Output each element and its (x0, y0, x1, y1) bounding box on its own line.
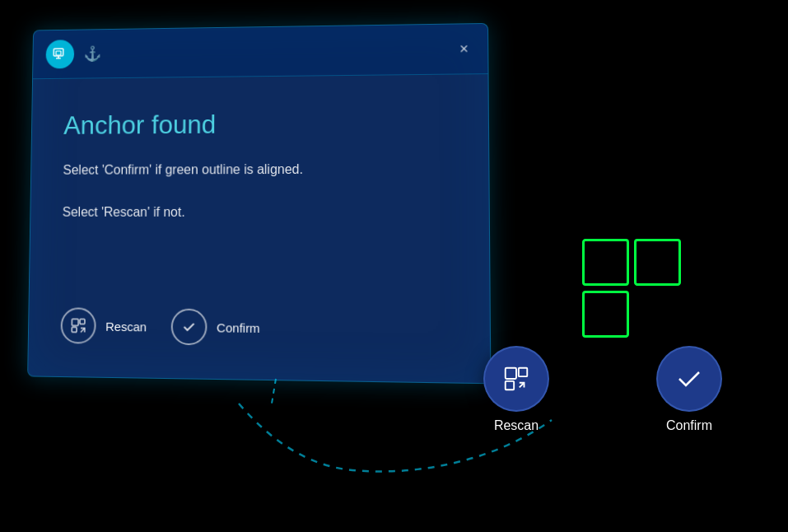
close-button[interactable]: × (454, 39, 474, 58)
svg-rect-8 (506, 368, 516, 379)
svg-rect-4 (72, 319, 78, 325)
dialog-buttons: Rescan Confirm (60, 307, 259, 346)
svg-rect-5 (80, 319, 85, 324)
instruction-line-2: Select 'Rescan' if not. (63, 202, 455, 223)
anchor-found-dialog: ⚓ × Anchor found Select 'Confirm' if gre… (27, 23, 491, 384)
ar-confirm-container: Confirm (656, 346, 722, 433)
rescan-label: Rescan (105, 319, 147, 334)
ar-rescan-button[interactable] (483, 346, 549, 412)
ar-confirm-button[interactable] (656, 346, 722, 412)
grid-cell-tr (634, 239, 681, 286)
dialog-heading: Anchor found (63, 108, 455, 141)
rescan-icon-circle (60, 307, 96, 343)
grid-cell-bl (582, 291, 629, 338)
green-anchor-grid (582, 239, 681, 338)
svg-rect-1 (56, 51, 61, 55)
grid-cell-br (634, 291, 681, 338)
ar-rescan-container: Rescan (483, 346, 549, 433)
svg-rect-9 (519, 368, 527, 376)
confirm-icon-circle (170, 309, 207, 346)
confirm-label: Confirm (217, 320, 260, 335)
confirm-button[interactable]: Confirm (170, 309, 259, 347)
anchor-icon: ⚓ (83, 45, 100, 63)
ar-confirm-label: Confirm (666, 418, 712, 433)
title-bar: ⚓ × (33, 24, 487, 79)
rescan-button[interactable]: Rescan (60, 307, 147, 344)
screen-icon (45, 40, 74, 68)
dialog-content: Anchor found Select 'Confirm' if green o… (30, 74, 490, 254)
instruction-line-1: Select 'Confirm' if green outline is ali… (63, 158, 455, 180)
svg-rect-10 (506, 381, 514, 390)
svg-rect-6 (72, 327, 77, 332)
ar-rescan-label: Rescan (494, 418, 539, 433)
svg-line-7 (272, 379, 276, 404)
grid-cell-tl (582, 239, 629, 286)
